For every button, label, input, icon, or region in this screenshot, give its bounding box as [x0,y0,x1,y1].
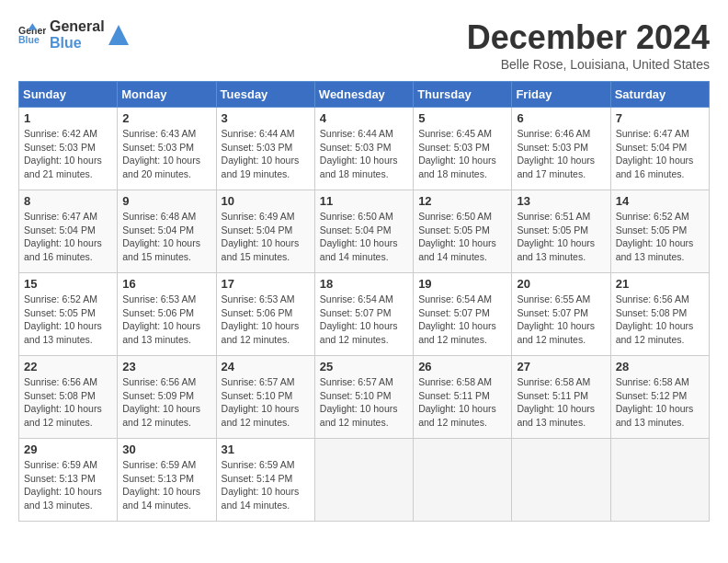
calendar-cell: 17Sunrise: 6:53 AM Sunset: 5:06 PM Dayli… [216,273,314,356]
svg-marker-3 [108,25,129,45]
calendar-cell: 25Sunrise: 6:57 AM Sunset: 5:10 PM Dayli… [314,356,413,439]
calendar-cell: 30Sunrise: 6:59 AM Sunset: 5:13 PM Dayli… [118,439,216,522]
calendar-cell: 2Sunrise: 6:43 AM Sunset: 5:03 PM Daylig… [118,108,216,190]
day-content: Sunrise: 6:57 AM Sunset: 5:10 PM Dayligh… [222,375,310,430]
day-number: 28 [616,360,704,373]
day-content: Sunrise: 6:56 AM Sunset: 5:08 PM Dayligh… [24,375,112,430]
calendar-cell [512,439,610,522]
calendar-cell: 10Sunrise: 6:49 AM Sunset: 5:04 PM Dayli… [216,190,314,273]
day-content: Sunrise: 6:56 AM Sunset: 5:09 PM Dayligh… [122,375,210,430]
logo: General Blue General Blue [18,18,129,51]
calendar-cell: 26Sunrise: 6:58 AM Sunset: 5:11 PM Dayli… [414,356,512,439]
calendar-week-row: 8Sunrise: 6:47 AM Sunset: 5:04 PM Daylig… [19,190,710,273]
blue-triangle-icon [108,25,129,45]
calendar-header-wednesday: Wednesday [314,82,413,108]
day-content: Sunrise: 6:52 AM Sunset: 5:05 PM Dayligh… [616,210,704,264]
calendar-cell: 18Sunrise: 6:54 AM Sunset: 5:07 PM Dayli… [314,273,413,356]
day-number: 27 [517,360,605,373]
calendar-cell: 20Sunrise: 6:55 AM Sunset: 5:07 PM Dayli… [512,273,610,356]
day-number: 29 [24,442,112,456]
day-number: 21 [616,277,704,291]
calendar-cell: 1Sunrise: 6:42 AM Sunset: 5:03 PM Daylig… [19,108,118,190]
day-content: Sunrise: 6:46 AM Sunset: 5:03 PM Dayligh… [517,127,605,181]
day-number: 10 [222,194,310,208]
calendar-week-row: 1Sunrise: 6:42 AM Sunset: 5:03 PM Daylig… [19,108,710,190]
day-number: 6 [517,111,605,125]
day-content: Sunrise: 6:51 AM Sunset: 5:05 PM Dayligh… [517,210,605,264]
day-number: 20 [517,277,605,291]
calendar-body: 1Sunrise: 6:42 AM Sunset: 5:03 PM Daylig… [19,108,710,522]
calendar-header-tuesday: Tuesday [216,82,314,108]
day-number: 18 [320,277,408,291]
day-content: Sunrise: 6:45 AM Sunset: 5:03 PM Dayligh… [418,127,506,181]
day-content: Sunrise: 6:59 AM Sunset: 5:13 PM Dayligh… [24,458,112,512]
calendar-cell: 15Sunrise: 6:52 AM Sunset: 5:05 PM Dayli… [19,273,118,356]
day-number: 23 [122,360,210,373]
day-content: Sunrise: 6:44 AM Sunset: 5:03 PM Dayligh… [320,127,408,181]
day-content: Sunrise: 6:48 AM Sunset: 5:04 PM Dayligh… [122,210,210,264]
calendar-cell [414,439,512,522]
day-content: Sunrise: 6:50 AM Sunset: 5:05 PM Dayligh… [418,210,506,264]
calendar-header-row: SundayMondayTuesdayWednesdayThursdayFrid… [19,82,710,108]
calendar-cell: 24Sunrise: 6:57 AM Sunset: 5:10 PM Dayli… [216,356,314,439]
day-number: 30 [122,442,210,456]
svg-text:Blue: Blue [18,34,40,45]
day-number: 15 [24,277,112,291]
day-content: Sunrise: 6:56 AM Sunset: 5:08 PM Dayligh… [616,293,704,347]
day-content: Sunrise: 6:54 AM Sunset: 5:07 PM Dayligh… [418,293,506,347]
day-number: 1 [24,111,112,125]
day-content: Sunrise: 6:43 AM Sunset: 5:03 PM Dayligh… [122,127,210,181]
calendar-header-friday: Friday [512,82,610,108]
calendar-cell: 14Sunrise: 6:52 AM Sunset: 5:05 PM Dayli… [610,190,709,273]
calendar-cell: 23Sunrise: 6:56 AM Sunset: 5:09 PM Dayli… [118,356,216,439]
day-content: Sunrise: 6:55 AM Sunset: 5:07 PM Dayligh… [517,293,605,347]
calendar-table: SundayMondayTuesdayWednesdayThursdayFrid… [18,81,710,522]
day-number: 4 [320,111,408,125]
calendar-header-thursday: Thursday [414,82,512,108]
calendar-cell: 16Sunrise: 6:53 AM Sunset: 5:06 PM Dayli… [118,273,216,356]
page-subtitle: Belle Rose, Louisiana, United States [467,57,710,72]
day-content: Sunrise: 6:59 AM Sunset: 5:14 PM Dayligh… [222,458,310,512]
day-number: 22 [24,360,112,373]
day-content: Sunrise: 6:49 AM Sunset: 5:04 PM Dayligh… [222,210,310,264]
calendar-cell: 12Sunrise: 6:50 AM Sunset: 5:05 PM Dayli… [414,190,512,273]
calendar-header-sunday: Sunday [19,82,118,108]
title-area: December 2024 Belle Rose, Louisiana, Uni… [467,18,710,72]
day-number: 2 [122,111,210,125]
logo-blue: Blue [50,35,105,52]
calendar-cell: 9Sunrise: 6:48 AM Sunset: 5:04 PM Daylig… [118,190,216,273]
calendar-cell: 8Sunrise: 6:47 AM Sunset: 5:04 PM Daylig… [19,190,118,273]
day-content: Sunrise: 6:54 AM Sunset: 5:07 PM Dayligh… [320,293,408,347]
day-content: Sunrise: 6:58 AM Sunset: 5:11 PM Dayligh… [418,375,506,430]
day-number: 13 [517,194,605,208]
calendar-cell: 22Sunrise: 6:56 AM Sunset: 5:08 PM Dayli… [19,356,118,439]
calendar-cell [314,439,413,522]
day-number: 14 [616,194,704,208]
day-content: Sunrise: 6:47 AM Sunset: 5:04 PM Dayligh… [24,210,112,264]
calendar-cell: 28Sunrise: 6:58 AM Sunset: 5:12 PM Dayli… [610,356,709,439]
day-content: Sunrise: 6:52 AM Sunset: 5:05 PM Dayligh… [24,293,112,347]
day-number: 7 [616,111,704,125]
calendar-week-row: 29Sunrise: 6:59 AM Sunset: 5:13 PM Dayli… [19,439,710,522]
day-content: Sunrise: 6:53 AM Sunset: 5:06 PM Dayligh… [222,293,310,347]
calendar-cell: 29Sunrise: 6:59 AM Sunset: 5:13 PM Dayli… [19,439,118,522]
calendar-cell: 7Sunrise: 6:47 AM Sunset: 5:04 PM Daylig… [610,108,709,190]
calendar-cell: 21Sunrise: 6:56 AM Sunset: 5:08 PM Dayli… [610,273,709,356]
logo-general: General [50,18,105,35]
day-content: Sunrise: 6:44 AM Sunset: 5:03 PM Dayligh… [222,127,310,181]
day-content: Sunrise: 6:42 AM Sunset: 5:03 PM Dayligh… [24,127,112,181]
calendar-cell: 13Sunrise: 6:51 AM Sunset: 5:05 PM Dayli… [512,190,610,273]
day-number: 26 [418,360,506,373]
calendar-cell: 11Sunrise: 6:50 AM Sunset: 5:04 PM Dayli… [314,190,413,273]
calendar-cell: 3Sunrise: 6:44 AM Sunset: 5:03 PM Daylig… [216,108,314,190]
calendar-cell: 31Sunrise: 6:59 AM Sunset: 5:14 PM Dayli… [216,439,314,522]
day-number: 24 [222,360,310,373]
day-content: Sunrise: 6:47 AM Sunset: 5:04 PM Dayligh… [616,127,704,181]
calendar-cell [610,439,709,522]
day-content: Sunrise: 6:58 AM Sunset: 5:12 PM Dayligh… [616,375,704,430]
calendar-header-monday: Monday [118,82,216,108]
day-number: 9 [122,194,210,208]
day-number: 31 [222,442,310,456]
day-content: Sunrise: 6:58 AM Sunset: 5:11 PM Dayligh… [517,375,605,430]
day-content: Sunrise: 6:57 AM Sunset: 5:10 PM Dayligh… [320,375,408,430]
